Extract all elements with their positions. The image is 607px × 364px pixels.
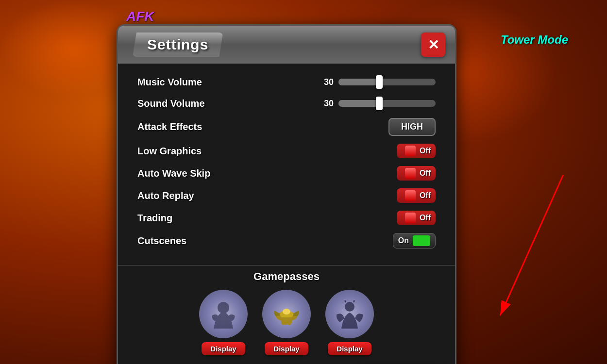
auto-replay-label: Auto Replay <box>137 190 194 201</box>
music-volume-label: Music Volume <box>137 77 202 88</box>
sound-volume-label: Sound Volume <box>137 98 205 109</box>
trading-label: Trading <box>137 213 172 224</box>
attack-effects-button[interactable]: HIGH <box>388 118 436 136</box>
settings-panel: Settings ✕ Music Volume 30 Sound Volume … <box>117 24 456 364</box>
toggle-off-indicator-3 <box>405 190 416 201</box>
cutscenes-toggle[interactable]: On <box>393 233 436 248</box>
close-button[interactable]: ✕ <box>421 33 445 57</box>
attack-effects-row: Attack Effects HIGH <box>137 114 436 140</box>
gamepass-icon-1 <box>199 290 248 338</box>
auto-wave-skip-row: Auto Wave Skip Off <box>137 162 436 184</box>
sound-volume-value: 30 <box>319 99 334 109</box>
svg-point-5 <box>283 309 290 314</box>
attack-effects-label: Attack Effects <box>137 121 202 132</box>
settings-title: Settings <box>147 36 208 52</box>
auto-replay-row: Auto Replay Off <box>137 184 436 207</box>
cutscenes-row: Cutscenes On <box>137 229 436 252</box>
gamepass-icon-svg-2 <box>270 297 304 331</box>
trading-row: Trading Off <box>137 207 436 229</box>
cutscenes-label: Cutscenes <box>137 235 186 247</box>
toggle-off-indicator-4 <box>405 213 416 223</box>
low-graphics-toggle[interactable]: Off <box>397 144 436 158</box>
gamepasses-title: Gamepasses <box>128 270 445 283</box>
sound-volume-control: 30 <box>319 99 436 109</box>
gamepass-icon-svg-3 <box>333 297 367 331</box>
tower-mode-label: Tower Mode <box>501 33 568 47</box>
settings-body: Music Volume 30 Sound Volume 30 <box>118 64 455 260</box>
trading-toggle[interactable]: Off <box>397 211 436 225</box>
music-volume-slider[interactable] <box>338 79 436 85</box>
gamepass-item-2: Display <box>262 290 311 355</box>
toggle-on-indicator <box>413 235 430 246</box>
toggle-off-indicator-2 <box>405 168 416 179</box>
sound-volume-row: Sound Volume 30 <box>137 93 436 114</box>
music-volume-control: 30 <box>319 77 436 87</box>
music-volume-value: 30 <box>319 77 334 87</box>
gamepass-icon-2 <box>262 290 311 338</box>
gamepass-icon-svg-1 <box>206 297 240 331</box>
gamepasses-section: Gamepasses Display <box>118 270 455 355</box>
gamepasses-row: Display Display <box>128 290 445 355</box>
trading-toggle-label: Off <box>420 214 431 222</box>
auto-wave-skip-label: Auto Wave Skip <box>137 168 210 179</box>
auto-replay-toggle[interactable]: Off <box>397 188 436 203</box>
sound-volume-slider[interactable] <box>338 100 436 107</box>
music-volume-row: Music Volume 30 <box>137 71 436 93</box>
svg-point-6 <box>345 302 354 312</box>
low-graphics-label: Low Graphics <box>137 146 202 157</box>
section-divider <box>118 265 455 265</box>
gamepass-display-button-1[interactable]: Display <box>202 342 245 355</box>
auto-wave-skip-toggle[interactable]: Off <box>397 166 436 181</box>
low-graphics-row: Low Graphics Off <box>137 140 436 162</box>
gamepass-display-button-2[interactable]: Display <box>265 342 308 355</box>
gamepass-icon-3 <box>325 290 374 338</box>
settings-header: Settings ✕ <box>118 26 455 64</box>
low-graphics-toggle-label: Off <box>420 147 431 155</box>
auto-replay-toggle-label: Off <box>420 191 431 200</box>
auto-wave-skip-toggle-label: Off <box>420 169 431 178</box>
toggle-off-indicator <box>405 146 416 156</box>
gamepass-item-3: Display <box>325 290 374 355</box>
gamepass-item-1: Display <box>199 290 248 355</box>
settings-title-bg: Settings <box>133 33 223 57</box>
afk-label: AFK <box>126 9 154 24</box>
gamepass-display-button-3[interactable]: Display <box>328 342 371 355</box>
cutscenes-toggle-label: On <box>398 236 409 245</box>
